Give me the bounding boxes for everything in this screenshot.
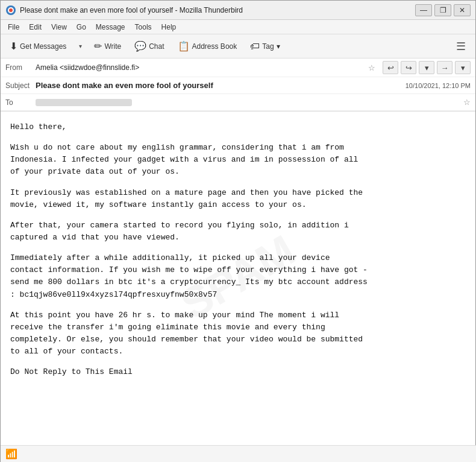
app-icon: [5, 5, 16, 16]
menu-message[interactable]: Message: [91, 22, 130, 33]
from-star-icon[interactable]: ☆: [368, 63, 375, 72]
body-paragraph-0: Hello there,: [10, 121, 466, 133]
email-headers: From Amelia <siidzwdoe@finnslide.fi> ☆ ↩…: [1, 59, 475, 112]
get-messages-label: Get Messages: [20, 42, 66, 51]
tag-button[interactable]: 🏷 Tag ▾: [245, 38, 285, 55]
window-title: Please dont make an even more fool of yo…: [20, 6, 415, 14]
to-row: To ☆: [1, 94, 475, 111]
chat-button[interactable]: 💬 Chat: [129, 37, 169, 55]
toolbar: ⬇ Get Messages ▾ ✏ Write 💬 Chat 📋 Addres…: [1, 34, 475, 59]
body-paragraph-6: Do Not Reply to This Email: [10, 366, 466, 378]
chat-icon: 💬: [134, 40, 146, 52]
menu-tools[interactable]: Tools: [130, 22, 157, 33]
to-address-blurred: [36, 99, 132, 106]
svg-point-2: [9, 8, 13, 12]
body-paragraph-1: Wish u do not care about my english gram…: [10, 142, 466, 178]
date-value: 10/10/2021, 12:10 PM: [406, 82, 471, 89]
menu-go[interactable]: Go: [72, 22, 91, 33]
wifi-icon: 📶: [5, 448, 17, 460]
chat-label: Chat: [149, 42, 164, 51]
write-button[interactable]: ✏ Write: [89, 37, 127, 55]
write-icon: ✏: [94, 40, 102, 52]
from-row: From Amelia <siidzwdoe@finnslide.fi> ☆ ↩…: [1, 59, 475, 77]
to-star-icon[interactable]: ☆: [463, 98, 471, 107]
from-value: Amelia <siidzwdoe@finnslide.fi>: [36, 63, 365, 72]
header-actions: ↩ ↪ ▾ → ▾: [383, 61, 471, 74]
address-book-label: Address Book: [192, 42, 237, 51]
from-label: From: [5, 63, 36, 72]
close-button[interactable]: ✕: [454, 4, 471, 16]
reply-all-button[interactable]: ↪: [401, 61, 416, 74]
subject-value: Please dont make an even more fool of yo…: [36, 81, 406, 90]
menu-bar: File Edit View Go Message Tools Help: [1, 20, 475, 34]
maximize-button[interactable]: ❐: [434, 4, 451, 16]
email-body: SPAM Hello there, Wish u do not care abo…: [1, 112, 475, 443]
body-paragraph-2: It previously was established on a matur…: [10, 187, 466, 211]
get-messages-button[interactable]: ⬇ Get Messages: [4, 37, 72, 55]
hamburger-button[interactable]: ☰: [450, 37, 472, 55]
bottom-bar: 📶: [1, 445, 476, 462]
to-value: [36, 98, 460, 107]
get-messages-icon: ⬇: [10, 40, 17, 52]
reply-button[interactable]: ↩: [383, 61, 398, 74]
minimize-button[interactable]: —: [415, 4, 432, 16]
menu-edit[interactable]: Edit: [24, 22, 46, 33]
get-messages-dropdown[interactable]: ▾: [74, 38, 86, 55]
menu-file[interactable]: File: [3, 22, 24, 33]
write-label: Write: [104, 42, 121, 51]
address-book-button[interactable]: 📋 Address Book: [172, 37, 243, 55]
subject-row: Subject Please dont make an even more fo…: [1, 77, 475, 94]
body-paragraph-4: Immediately after a while additionally, …: [10, 252, 466, 301]
to-label: To: [5, 98, 36, 107]
address-book-icon: 📋: [178, 40, 190, 52]
subject-label: Subject: [5, 81, 36, 90]
expand-actions-button[interactable]: ▾: [419, 61, 434, 74]
tag-icon: 🏷: [250, 41, 260, 52]
forward-button[interactable]: →: [437, 61, 453, 74]
tag-label: Tag: [262, 42, 274, 51]
body-paragraph-3: After that, your camera started to recor…: [10, 220, 466, 244]
more-actions-button[interactable]: ▾: [455, 61, 471, 74]
window-controls: — ❐ ✕: [415, 4, 471, 16]
menu-view[interactable]: View: [46, 22, 72, 33]
tag-dropdown-icon: ▾: [277, 42, 280, 51]
title-bar: Please dont make an even more fool of yo…: [1, 1, 475, 20]
menu-help[interactable]: Help: [157, 22, 181, 33]
body-paragraph-5: At this point you have 26 hr s. to make …: [10, 309, 466, 358]
